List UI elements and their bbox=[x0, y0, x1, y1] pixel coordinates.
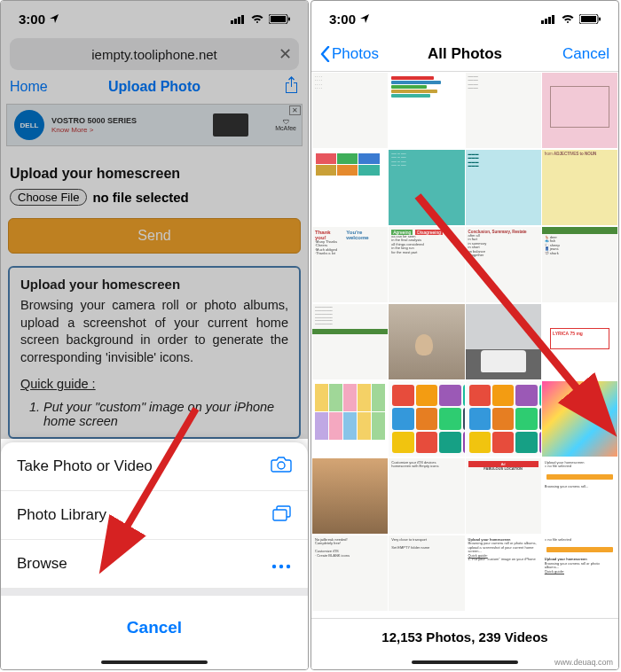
photo-thumbnail[interactable]: Thank you!You're welcome·Many Thanks·Che… bbox=[312, 227, 388, 302]
photo-thumbnail[interactable]: Upload your homescreen○ no file selected… bbox=[542, 458, 617, 534]
ad-line1: VOSTRO 5000 SERIES bbox=[51, 116, 137, 126]
svg-point-10 bbox=[272, 564, 276, 567]
status-bar: 3:00 bbox=[311, 1, 618, 36]
stop-icon[interactable]: ✕ bbox=[279, 44, 292, 64]
laptop-image bbox=[213, 113, 248, 137]
signal-icon bbox=[541, 12, 556, 27]
photo-thumbnail[interactable]: ○ no file selectedUpload your homescreen… bbox=[542, 535, 617, 611]
mcafee-logo: 🛡McAfee bbox=[275, 119, 296, 131]
photo-thumbnail[interactable] bbox=[389, 381, 464, 457]
svg-rect-6 bbox=[288, 17, 290, 20]
photo-thumbnail[interactable]: Very close to transportSet EMPTY folder … bbox=[389, 535, 464, 611]
photo-thumbnail[interactable]: Upload your homescreenBrowsing your came… bbox=[466, 535, 541, 611]
svg-rect-14 bbox=[541, 20, 544, 24]
svg-point-11 bbox=[279, 564, 283, 567]
file-picker: Choose File no file selected bbox=[10, 189, 299, 206]
photo-thumbnail[interactable] bbox=[466, 304, 541, 379]
photo-thumbnail[interactable]: No jailbreak needed!Completely free!Cust… bbox=[312, 535, 388, 611]
wifi-icon bbox=[250, 12, 264, 27]
info-heading: Upload your homescreen bbox=[20, 277, 288, 292]
photo-thumbnail[interactable]: AgreeingDisagreeingas can be seenin the … bbox=[389, 227, 464, 302]
photo-thumbnail[interactable] bbox=[542, 381, 617, 457]
advertisement[interactable]: ✕ DELL VOSTRO 5000 SERIES Know More > 🛡M… bbox=[6, 104, 303, 146]
camera-icon bbox=[271, 457, 292, 477]
home-link[interactable]: Home bbox=[10, 79, 48, 95]
photo-thumbnail[interactable]: LYRICA 75 mg bbox=[542, 304, 617, 379]
choose-file-button[interactable]: Choose File bbox=[10, 189, 87, 206]
back-button[interactable]: Photos bbox=[320, 45, 379, 63]
photos-cancel-button[interactable]: Cancel bbox=[562, 45, 609, 63]
svg-point-7 bbox=[278, 462, 285, 469]
browse-row[interactable]: Browse bbox=[1, 540, 308, 589]
svg-rect-2 bbox=[238, 17, 240, 24]
photo-thumbnail[interactable] bbox=[312, 381, 388, 457]
library-icon bbox=[272, 505, 292, 526]
location-icon bbox=[359, 12, 370, 27]
ad-line2: Know More > bbox=[51, 126, 137, 135]
svg-rect-1 bbox=[234, 19, 237, 24]
watermark: www.deuaq.com bbox=[554, 658, 613, 667]
photo-thumbnail[interactable] bbox=[466, 381, 541, 457]
action-sheet: Take Photo or Video Photo Library Browse… bbox=[1, 442, 308, 669]
dell-logo: DELL bbox=[14, 110, 44, 140]
sheet-cancel-button[interactable]: Cancel bbox=[8, 603, 301, 652]
left-iphone-screen: 3:00 iempty.tooliphone.net ✕ Home Upload… bbox=[0, 0, 309, 670]
home-indicator[interactable] bbox=[412, 660, 518, 664]
svg-rect-15 bbox=[545, 19, 547, 24]
svg-rect-0 bbox=[231, 20, 233, 24]
back-label: Photos bbox=[332, 45, 379, 63]
battery-icon bbox=[269, 12, 290, 27]
signal-icon bbox=[231, 12, 246, 27]
status-bar: 3:00 bbox=[1, 1, 308, 36]
home-indicator[interactable] bbox=[101, 660, 208, 664]
svg-rect-20 bbox=[599, 17, 601, 20]
photo-thumbnail[interactable]: Customize your iOS deviceshomescreen wit… bbox=[389, 458, 464, 534]
photo-thumbnail[interactable] bbox=[389, 73, 464, 148]
photo-thumbnail[interactable]: ▬▬▬▬▬▬▬▬▬▬▬▬ bbox=[466, 150, 541, 225]
guide-step-1: Put your "custom" image on your iPhone h… bbox=[43, 400, 288, 428]
ad-close-icon[interactable]: ✕ bbox=[289, 105, 301, 115]
photo-thumbnail[interactable]: 🦌 deer🐟 fish🐑 sheep👖 jeans🦈 shark bbox=[542, 227, 617, 302]
photo-thumbnail[interactable]: from ADJECTIVES to NOUN bbox=[542, 150, 617, 225]
address-bar[interactable]: iempty.tooliphone.net ✕ bbox=[10, 38, 299, 70]
clock: 3:00 bbox=[329, 12, 356, 27]
browse-label: Browse bbox=[17, 555, 67, 573]
svg-rect-16 bbox=[548, 17, 551, 24]
photo-grid[interactable]: · · · ·· · · ·· · · ·· · · · ───────────… bbox=[311, 72, 618, 613]
info-body: Browsing your camera roll or photo album… bbox=[20, 297, 288, 366]
photo-thumbnail[interactable]: AdFABULOUS LOCATION bbox=[466, 458, 541, 534]
svg-rect-17 bbox=[552, 15, 554, 24]
quick-guide-label: Quick guide : bbox=[20, 377, 288, 391]
page-nav: Home Upload Photo bbox=[1, 72, 308, 102]
location-icon bbox=[49, 12, 59, 27]
photo-thumbnail[interactable]: ── ─ ──── ─ ──── ─ ──── ─ ── bbox=[389, 150, 464, 225]
photo-thumbnail[interactable] bbox=[389, 304, 464, 379]
take-photo-label: Take Photo or Video bbox=[17, 457, 153, 475]
photo-thumbnail[interactable]: ────────────────────────────────────────… bbox=[312, 304, 388, 379]
right-iphone-screen: 3:00 Photos All Photos Cancel · · · ·· ·… bbox=[310, 0, 619, 670]
photos-title: All Photos bbox=[428, 45, 502, 63]
send-button[interactable]: Send bbox=[8, 218, 301, 254]
photo-library-label: Photo Library bbox=[17, 506, 106, 524]
file-status: no file selected bbox=[92, 190, 188, 205]
battery-icon bbox=[579, 12, 601, 27]
photo-thumbnail[interactable] bbox=[312, 458, 388, 534]
svg-point-12 bbox=[287, 564, 290, 567]
info-box: Upload your homescreen Browsing your cam… bbox=[8, 266, 301, 439]
photo-thumbnail[interactable]: Conclusion, Summary, Restateafter allin … bbox=[466, 227, 541, 302]
photo-thumbnail[interactable] bbox=[542, 73, 617, 148]
photos-navbar: Photos All Photos Cancel bbox=[311, 36, 618, 72]
url-text: iempty.tooliphone.net bbox=[91, 47, 216, 62]
take-photo-row[interactable]: Take Photo or Video bbox=[1, 442, 308, 491]
svg-rect-5 bbox=[271, 16, 286, 22]
photo-thumbnail[interactable]: · · · ·· · · ·· · · ·· · · · bbox=[312, 73, 388, 148]
more-icon bbox=[271, 554, 292, 574]
photo-library-row[interactable]: Photo Library bbox=[1, 491, 308, 540]
dimmed-background: 3:00 iempty.tooliphone.net ✕ Home Upload… bbox=[1, 1, 308, 439]
clock: 3:00 bbox=[19, 12, 45, 27]
photo-thumbnail[interactable]: ──────────────── bbox=[466, 73, 541, 148]
share-icon[interactable] bbox=[284, 76, 299, 98]
photo-thumbnail[interactable] bbox=[312, 150, 388, 225]
section-heading: Upload your homescreen bbox=[10, 166, 299, 182]
svg-rect-3 bbox=[241, 15, 244, 24]
